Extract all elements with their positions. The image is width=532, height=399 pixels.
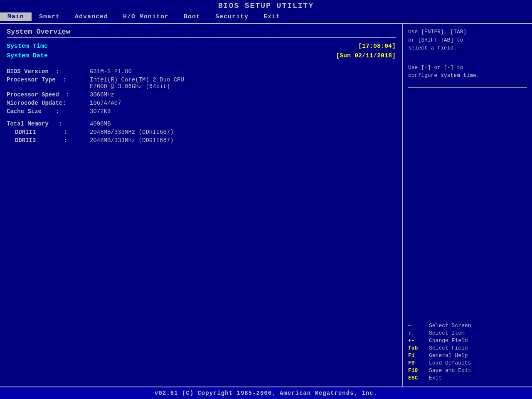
help-text-1: Use [ENTER], [TAB] or [SHIFT-TAB] to sel… (408, 28, 527, 52)
ddrii2-value: 2048MB/333MHz (DDRII667) (90, 137, 174, 144)
help1-line1: Use [ENTER], [TAB] (408, 29, 466, 35)
key-name: F10 (408, 367, 429, 374)
nav-item-boot[interactable]: Boot (176, 12, 208, 21)
time-date-values: [17:08:04] [Sun 02/11/2018] (336, 43, 396, 59)
nav-item-smart[interactable]: Smart (32, 12, 67, 21)
bios-screen: BIOS SETUP UTILITY MainSmartAdvancedH/O … (0, 0, 532, 399)
ddrii1-value: 2048MB/333MHz (DDRII667) (90, 129, 174, 135)
right-divider-2 (408, 87, 527, 88)
system-time-label: System Time (7, 43, 48, 50)
processor-speed-label: Processor Speed : (7, 91, 90, 98)
bios-version-row: BIOS Version : G31M-S P1.80 (7, 68, 396, 75)
help2-line1: Use [+] or [-] to (408, 64, 463, 71)
cache-size-label: Cache Size : (7, 108, 90, 115)
microcode-update-value: 1067A/A07 (90, 100, 121, 106)
nav-item-main[interactable]: Main (0, 12, 32, 21)
nav-item-exit[interactable]: Exit (256, 12, 288, 21)
key-name: Tab (408, 345, 429, 351)
key-name: F9 (408, 360, 429, 366)
bios-title: BIOS SETUP UTILITY (218, 2, 314, 10)
memory-section: Total Memory : 4096MB DDRII1 : 2048MB/33… (7, 121, 396, 144)
key-name: F1 (408, 352, 429, 359)
left-panel: System Overview System Time System Date … (0, 24, 403, 387)
processor-type-value: Intel(R) Core(TM) 2 Duo CPU E7600 @ 3.06… (90, 76, 184, 90)
key-name: ↑↓ (408, 330, 429, 336)
nav-item-h/o-monitor[interactable]: H/O Monitor (116, 12, 176, 21)
system-time-value[interactable]: [17:08:04] (358, 43, 396, 50)
processor-speed-value: 3066MHz (90, 91, 114, 98)
processor-type-label: Processor Type : (7, 76, 90, 90)
key-row-ESC: ESCExit (408, 375, 527, 381)
key-row-Tab: TabSelect Field (408, 345, 527, 351)
ddrii1-row: DDRII1 : 2048MB/333MHz (DDRII667) (7, 129, 396, 135)
processor-speed-row: Processor Speed : 3066MHz (7, 91, 396, 98)
footer-text: v02.61 (C) Copyright 1985-2006, American… (155, 390, 377, 397)
key-desc: Save and Exit (429, 367, 471, 374)
total-memory-value: 4096MB (90, 121, 111, 127)
key-desc: General Help (429, 352, 468, 359)
key-row-: ↑↓Select Item (408, 330, 527, 336)
microcode-update-row: Microcode Update: 1067A/A07 (7, 100, 396, 106)
processor-type-row: Processor Type : Intel(R) Core(TM) 2 Duo… (7, 76, 396, 90)
total-memory-label: Total Memory : (7, 121, 90, 127)
key-help-section: ↔Select Screen↑↓Select Item+-Change Fiel… (408, 323, 527, 382)
nav-item-security[interactable]: Security (208, 12, 256, 21)
bios-version-label: BIOS Version : (7, 68, 90, 75)
ddrii2-label: DDRII2 : (7, 137, 90, 144)
time-date-labels: System Time System Date (7, 43, 48, 59)
key-desc: Exit (429, 375, 442, 381)
key-name: ESC (408, 375, 429, 381)
key-desc: Change Field (429, 337, 468, 344)
nav-item-advanced[interactable]: Advanced (67, 12, 116, 21)
right-panel: Use [ENTER], [TAB] or [SHIFT-TAB] to sel… (403, 24, 532, 387)
key-row-: ↔Select Screen (408, 323, 527, 329)
footer: v02.61 (C) Copyright 1985-2006, American… (0, 387, 532, 399)
ddrii1-label: DDRII1 : (7, 129, 90, 135)
system-date-value[interactable]: [Sun 02/11/2018] (336, 52, 396, 59)
system-date-label: System Date (7, 52, 48, 59)
help1-line2: or [SHIFT-TAB] to (408, 37, 463, 43)
key-desc: Select Item (429, 330, 465, 336)
ddrii2-row: DDRII2 : 2048MB/333MHz (DDRII667) (7, 137, 396, 144)
right-divider-1 (408, 60, 527, 60)
key-desc: Select Field (429, 345, 468, 351)
microcode-update-label: Microcode Update: (7, 100, 90, 106)
key-desc: Load Defaults (429, 360, 471, 366)
total-memory-row: Total Memory : 4096MB (7, 121, 396, 127)
bios-version-value: G31M-S P1.80 (90, 68, 132, 75)
key-name: ↔ (408, 323, 429, 329)
key-row-F10: F10Save and Exit (408, 367, 527, 374)
help2-line2: configure system time. (408, 72, 480, 79)
key-row-: +-Change Field (408, 337, 527, 344)
cache-size-row: Cache Size : 3072KB (7, 108, 396, 115)
key-row-F1: F1General Help (408, 352, 527, 359)
key-row-F9: F9Load Defaults (408, 360, 527, 366)
help-text-2: Use [+] or [-] to configure system time. (408, 64, 527, 80)
time-date-section: System Time System Date [17:08:04] [Sun … (7, 43, 396, 63)
section-title: System Overview (7, 28, 396, 38)
main-content: System Overview System Time System Date … (0, 24, 532, 387)
help1-line3: select a field. (408, 45, 457, 51)
title-bar: BIOS SETUP UTILITY (0, 0, 532, 12)
nav-menu: MainSmartAdvancedH/O MonitorBootSecurity… (0, 12, 532, 24)
cache-size-value: 3072KB (90, 108, 111, 115)
key-desc: Select Screen (429, 323, 471, 329)
key-name: +- (408, 337, 429, 344)
